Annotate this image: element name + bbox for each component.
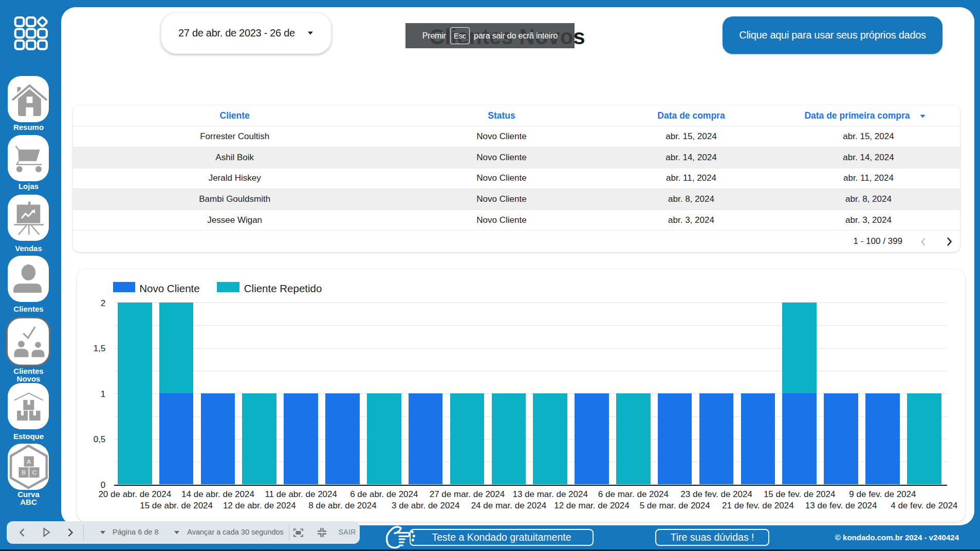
svg-text:A: A: [27, 459, 31, 465]
svg-text:B: B: [22, 469, 26, 476]
svg-text:C: C: [32, 469, 36, 476]
